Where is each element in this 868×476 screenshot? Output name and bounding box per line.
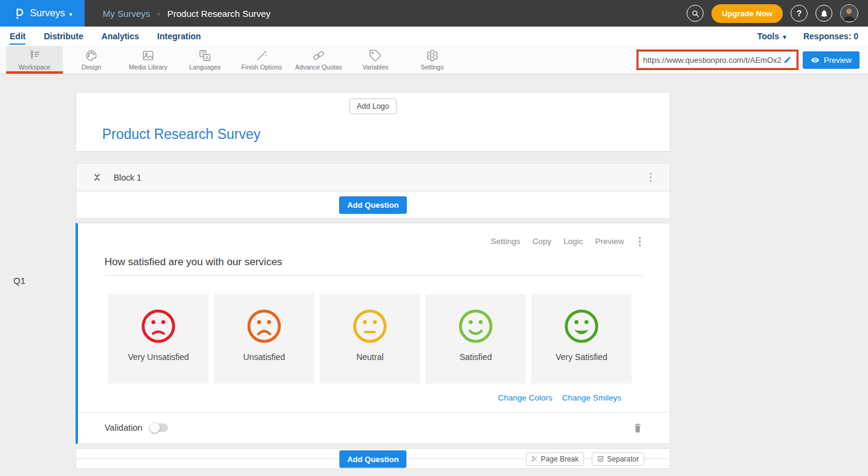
toolbar-item-languages[interactable]: 文ALanguages [177,46,233,74]
chevron-down-icon: ▾ [69,11,72,18]
question-links: Change Colors Change Smileys [78,393,621,402]
workspace-icon [28,49,41,62]
settings-gear-icon [426,49,439,62]
footer-chips: Page Break Separator [526,452,644,466]
smiley-very-satisfied-icon [563,307,600,345]
add-question-strip-bottom: Add Question Page Break [76,448,670,469]
add-question-button-top[interactable]: Add Question [339,196,406,214]
toolbar-item-settings[interactable]: Settings [404,46,461,74]
preview-button[interactable]: Preview [803,51,860,69]
smiley-unsatisfied-icon [245,307,283,345]
smiley-option-very-satisfied[interactable]: Very Satisfied [531,294,632,384]
question-action-preview[interactable]: Preview [595,237,624,246]
help-button[interactable]: ? [791,5,808,22]
change-colors-link[interactable]: Change Colors [498,393,552,402]
svg-text:A: A [206,55,209,60]
breadcrumb: My Surveys › Product Research Survey [103,8,271,19]
tab-analytics[interactable]: Analytics [102,28,139,45]
question-number-label: Q1 [13,275,25,286]
smiley-option-neutral[interactable]: Neutral [320,294,420,384]
separator-button[interactable]: Separator [592,452,644,466]
toolbar-item-variables[interactable]: Variables [347,46,404,74]
question-text[interactable]: How satisfied are you with our services [105,256,643,276]
languages-icon: 文A [198,49,212,62]
question-action-copy[interactable]: Copy [533,237,552,246]
add-question-button-bottom[interactable]: Add Question [339,450,406,468]
smiley-satisfied-icon [457,307,494,345]
question-actions: SettingsCopyLogicPreview [78,224,670,249]
search-button[interactable] [687,5,704,22]
toolbar-item-design[interactable]: Design [63,46,120,74]
product-label: Surveys [30,8,65,19]
smiley-scale: Very UnsatisfiedUnsatisfiedNeutralSatisf… [108,294,643,384]
block-menu-kebab-icon[interactable] [647,170,655,185]
toolbar-item-advance-quotas[interactable]: Advance Quotas [290,46,347,74]
eye-icon [811,56,820,65]
question-mark-icon: ? [797,8,802,18]
survey-url-box [638,51,797,68]
block-title[interactable]: Block 1 [114,173,141,182]
app-logo-menu[interactable]: Surveys ▾ [0,0,85,27]
breadcrumb-parent-link[interactable]: My Surveys [103,8,150,19]
question-action-logic[interactable]: Logic [563,237,583,246]
add-question-strip-top: Add Question [76,191,670,219]
topbar-actions: Upgrade Now ? [687,4,868,23]
toolbar-item-finish-options[interactable]: Finish Options [233,46,290,74]
advance-quotas-icon [312,49,325,62]
bell-icon [820,9,829,18]
edit-url-pencil-icon[interactable] [783,56,792,64]
validation-label: Validation [105,423,143,433]
page-break-button[interactable]: Page Break [526,452,585,466]
tab-integration[interactable]: Integration [157,28,201,45]
breadcrumb-separator: › [157,9,160,18]
survey-header-card: Add Logo Product Research Survey [76,92,670,152]
top-bar: Surveys ▾ My Surveys › Product Research … [0,0,868,27]
scissors-icon [531,455,538,462]
workspace-canvas: Q1 Add Logo Product Research Survey Bloc… [0,92,868,476]
change-smileys-link[interactable]: Change Smileys [562,393,621,402]
block-header: Block 1 [76,163,670,191]
question-card: SettingsCopyLogicPreview How satisfied a… [76,223,670,444]
survey-title[interactable]: Product Research Survey [102,126,261,143]
collapse-block-icon[interactable] [93,173,101,182]
media-library-icon [141,49,155,62]
search-icon [691,9,700,18]
tools-dropdown[interactable]: Tools▼ [757,31,788,41]
user-avatar[interactable] [840,4,858,22]
finish-options-icon [255,49,268,62]
toolbar-item-media-library[interactable]: Media Library [120,46,177,74]
responses-count: Responses: 0 [803,31,858,41]
questionpro-logo-icon [13,7,26,20]
add-logo-button[interactable]: Add Logo [349,98,397,114]
smiley-option-unsatisfied[interactable]: Unsatisfied [214,294,314,384]
smiley-very-unsatisfied-icon [140,307,177,345]
smiley-option-satisfied[interactable]: Satisfied [426,294,526,384]
editor-toolbar: WorkspaceDesignMedia Library文ALanguagesF… [0,46,868,74]
chevron-down-icon: ▼ [782,34,788,40]
nav-right: Tools▼ Responses: 0 [757,31,858,41]
question-action-settings[interactable]: Settings [491,237,520,246]
notifications-button[interactable] [815,5,832,22]
question-menu-kebab-icon[interactable] [636,234,644,249]
validation-toggle[interactable] [150,423,168,432]
survey-nav-tabs: EditDistributeAnalyticsIntegration Tools… [0,27,868,46]
smiley-neutral-icon [351,307,389,345]
design-palette-icon [85,49,98,62]
survey-url-input[interactable] [643,56,781,65]
checkbox-checked-icon [597,455,604,462]
breadcrumb-current: Product Research Survey [167,8,271,19]
toolbar-right: Preview [638,46,868,74]
variables-tag-icon [369,49,382,62]
delete-question-trash-icon[interactable] [633,423,642,433]
upgrade-now-button[interactable]: Upgrade Now [711,4,783,23]
smiley-option-very-unsatisfied[interactable]: Very Unsatisfied [108,294,209,384]
toolbar-item-workspace[interactable]: Workspace [6,46,63,74]
tab-distribute[interactable]: Distribute [44,28,83,45]
tab-edit[interactable]: Edit [10,28,25,45]
validation-row: Validation [78,412,670,443]
